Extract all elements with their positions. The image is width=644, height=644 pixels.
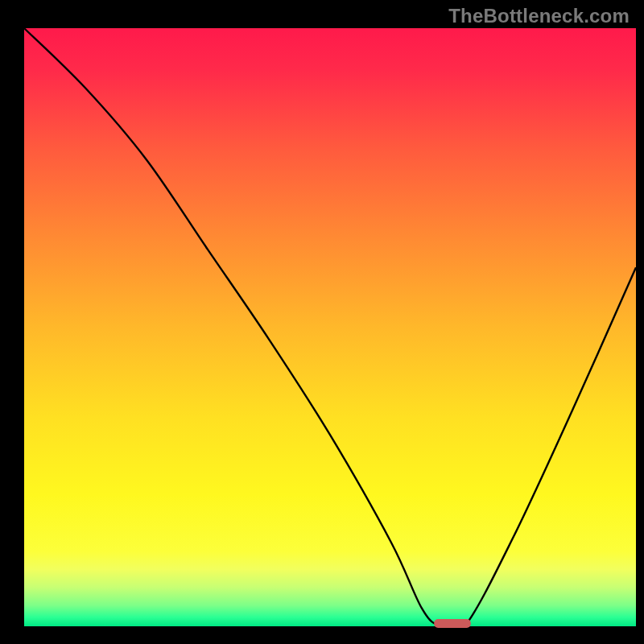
chart-frame: TheBottleneck.com (0, 0, 644, 644)
optimum-marker (434, 619, 471, 628)
plot-background (24, 28, 636, 626)
bottleneck-chart (0, 0, 644, 644)
